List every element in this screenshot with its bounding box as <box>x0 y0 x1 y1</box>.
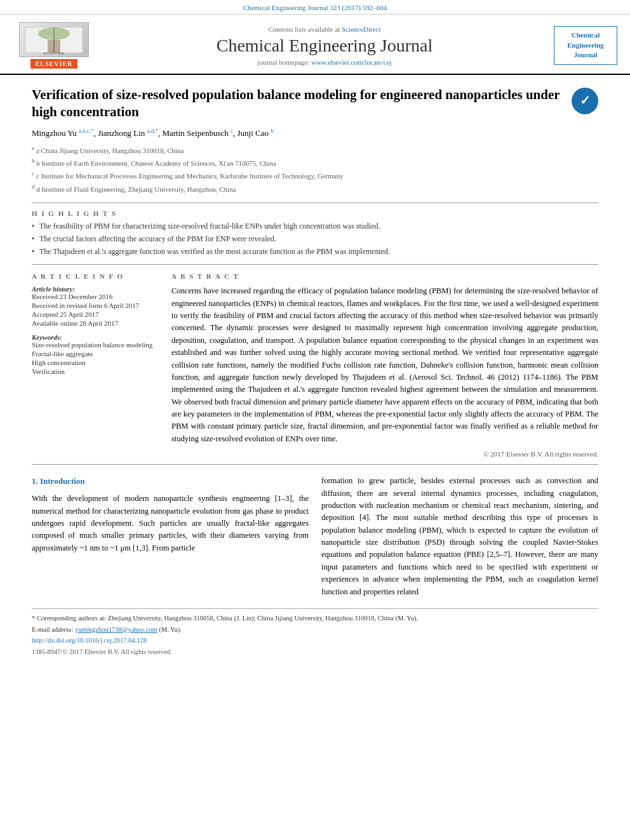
divider-3 <box>32 464 598 465</box>
keyword-3: High concentration <box>32 359 159 366</box>
homepage-url[interactable]: www.elsevier.com/locate/cej <box>311 58 391 66</box>
crossmark-icon: ✓ <box>572 88 598 114</box>
corresponding-note-text: * Corresponding authors at: Zhejiang Uni… <box>32 615 418 622</box>
journal-badge: ChemicalEngineeringJournal <box>554 26 617 64</box>
authors-line: Mingzhou Yu a,b,c,*, Jianzhong Lin a,d,*… <box>32 128 598 138</box>
email-link[interactable]: yumingzhou1738@yahoo.com <box>75 626 158 633</box>
email-label: E-mail address: <box>32 626 74 633</box>
journal-citation-text: Chemical Engineering Journal 323 (2017) … <box>243 4 387 11</box>
keywords-title: Keywords: <box>32 333 62 341</box>
elsevier-badge-label: ELSEVIER <box>30 59 78 69</box>
section-1-number: 1. Introduction <box>32 476 85 486</box>
body-left-col: 1. Introduction With the development of … <box>32 475 309 598</box>
doi-link[interactable]: http://dx.doi.org/10.1016/j.cej.2017.04.… <box>32 637 147 644</box>
issn-line: 1385-8947/© 2017 Elsevier B.V. All right… <box>32 648 598 657</box>
paper-container: Verification of size-resolved population… <box>0 75 630 672</box>
highlight-item-2: The crucial factors affecting the accura… <box>32 234 598 244</box>
journal-title: Chemical Engineering Journal <box>102 36 547 56</box>
history-online: Available online 28 April 2017 <box>32 319 159 327</box>
history-title: Article history: <box>32 285 75 293</box>
keywords-section: Keywords: Size-resolved population balan… <box>32 333 159 375</box>
affiliation-1: a a China Jijiang University, Hangzhou 3… <box>32 143 598 156</box>
footnote-area: * Corresponding authors at: Zhejiang Uni… <box>32 608 598 657</box>
affiliation-4: d d Institute of Fluid Engineering, Zhej… <box>32 182 598 195</box>
doi-line: http://dx.doi.org/10.1016/j.cej.2017.04.… <box>32 636 598 646</box>
affiliation-3: c c Institute for Mechanical Processes E… <box>32 169 598 182</box>
highlight-item-3: The Thajudeen et al.'s aggregate functio… <box>32 246 598 257</box>
elsevier-logo: ELSEVIER ELSEVIER <box>13 22 95 69</box>
divider-1 <box>32 203 598 203</box>
body-columns: 1. Introduction With the development of … <box>32 475 598 598</box>
science-direct-link[interactable]: ScienceDirect <box>342 25 381 33</box>
divider-2 <box>32 264 598 265</box>
svg-point-2 <box>38 27 70 40</box>
title-section: Verification of size-resolved population… <box>32 86 598 121</box>
highlights-list: The feasibility of PBM for characterizin… <box>32 221 598 257</box>
highlights-section: H I G H L I G H T S The feasibility of P… <box>32 210 598 257</box>
keyword-1: Size-resolved population balance modelin… <box>32 341 159 349</box>
highlight-item-1: The feasibility of PBM for characterizin… <box>32 221 598 232</box>
author3-super: c <box>231 128 233 134</box>
keyword-2: Fractal-like aggregate <box>32 350 159 357</box>
homepage-label: journal homepage: <box>257 58 309 66</box>
journal-citation-bar: Chemical Engineering Journal 323 (2017) … <box>0 0 630 15</box>
abstract-label: A B S T R A C T <box>171 272 598 280</box>
author4-super: b <box>271 128 274 134</box>
svg-text:ELSEVIER: ELSEVIER <box>43 51 64 56</box>
right-col-paragraph-1: formation to grew particle, besides exte… <box>321 475 598 598</box>
journal-header: ELSEVIER ELSEVIER Contents lists availab… <box>0 15 630 75</box>
keyword-4: Verification <box>32 368 159 375</box>
science-direct-line: Contents lists available at ScienceDirec… <box>102 25 547 33</box>
crossmark-badge: ✓ <box>572 88 598 114</box>
journal-title-area: Contents lists available at ScienceDirec… <box>95 25 554 66</box>
history-received: Received 23 December 2016 <box>32 293 159 300</box>
author2-super: a,d,* <box>147 128 158 134</box>
body-right-col: formation to grew particle, besides exte… <box>321 475 598 598</box>
contents-text: Contents lists available at <box>268 25 340 33</box>
email-line: E-mail address: yumingzhou1738@yahoo.com… <box>32 625 598 635</box>
corresponding-author-note: * Corresponding authors at: Zhejiang Uni… <box>32 614 598 623</box>
history-revised: Received in revised form 6 April 2017 <box>32 302 159 309</box>
article-info-col: A R T I C L E I N F O Article history: R… <box>32 272 159 458</box>
abstract-col: A B S T R A C T Concerns have increased … <box>171 272 598 458</box>
elsevier-logo-area: ELSEVIER ELSEVIER <box>13 22 95 69</box>
issn-text: 1385-8947/© 2017 Elsevier B.V. All right… <box>32 648 172 655</box>
email-person: (M. Yu). <box>159 626 181 633</box>
journal-badge-area: ChemicalEngineeringJournal <box>554 26 617 64</box>
author1-super: a,b,c,* <box>79 128 94 134</box>
article-title: Verification of size-resolved population… <box>32 86 565 121</box>
section-1-heading: 1. Introduction <box>32 475 309 488</box>
highlights-label: H I G H L I G H T S <box>32 210 598 217</box>
journal-homepage-line: journal homepage: www.elsevier.com/locat… <box>102 58 547 66</box>
abstract-text: Concerns have increased regarding the ef… <box>171 285 598 445</box>
logo-image: ELSEVIER <box>19 22 89 57</box>
article-history: Article history: Received 23 December 20… <box>32 285 159 327</box>
article-info-label: A R T I C L E I N F O <box>32 272 159 280</box>
article-info-abstract: A R T I C L E I N F O Article history: R… <box>32 272 598 458</box>
copyright-line: © 2017 Elsevier B.V. All rights reserved… <box>171 450 598 458</box>
history-accepted: Accepted 25 April 2017 <box>32 310 159 318</box>
affiliations-block: a a China Jijiang University, Hangzhou 3… <box>32 143 598 195</box>
main-body: 1. Introduction With the development of … <box>32 475 598 657</box>
affiliation-2: b b Institute of Earth Environment, Chin… <box>32 156 598 169</box>
intro-paragraph-1: With the development of modern nanoparti… <box>32 493 309 554</box>
svg-text:✓: ✓ <box>580 93 591 107</box>
